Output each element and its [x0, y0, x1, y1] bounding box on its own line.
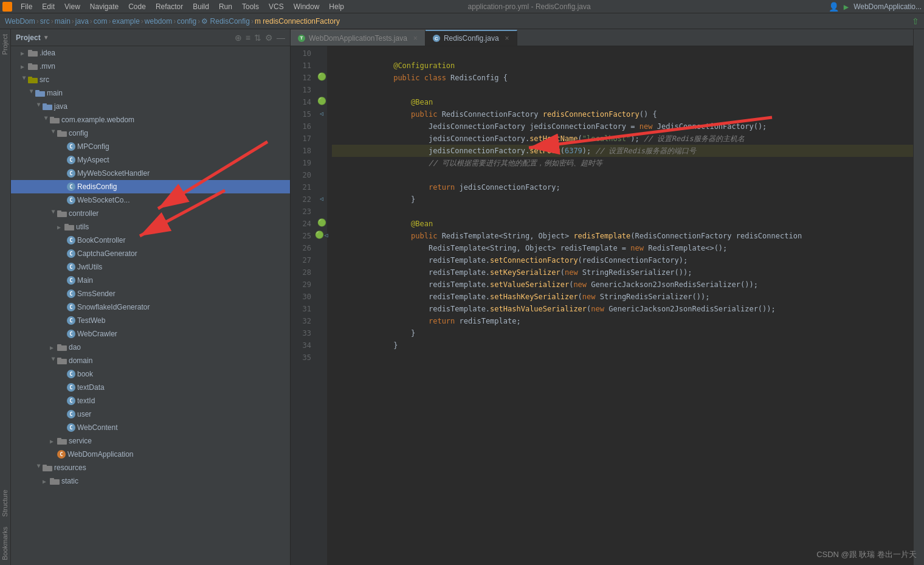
breadcrumb-src[interactable]: src [40, 17, 50, 26]
tree-book[interactable]: ▶ C book [11, 367, 290, 381]
folder-icon-resources [43, 464, 52, 471]
folder-icon-idea [28, 49, 38, 57]
svg-rect-19 [57, 344, 61, 347]
tree-java[interactable]: ▶ java [11, 100, 290, 113]
tab-close-tests[interactable]: × [413, 34, 418, 43]
app-logo [2, 2, 12, 12]
tree-resources[interactable]: ▶ resources [11, 461, 290, 474]
tree-snowflake[interactable]: ▶ C SnowflakeIdGenerator [11, 300, 290, 314]
label-websocketco: WebSocketCo... [77, 196, 129, 204]
tree-dao[interactable]: ▶ dao [11, 341, 290, 354]
tree-user[interactable]: ▶ C user [11, 407, 290, 421]
label-domain: domain [69, 356, 92, 365]
breadcrumb-redisconfig[interactable]: ⚙ RedisConfig [201, 17, 250, 26]
menu-run[interactable]: Run [214, 1, 237, 12]
java-icon-redisconfig: C [67, 182, 75, 191]
tab-tests[interactable]: T WebDomApplicationTests.java × [291, 30, 426, 46]
menu-refactor[interactable]: Refactor [151, 1, 188, 12]
tab-redisconfig[interactable]: C RedisConfig.java × [426, 30, 517, 46]
editor-area: T WebDomApplicationTests.java × C RedisC… [291, 29, 913, 565]
breadcrumb-webdom2[interactable]: webdom [145, 17, 172, 26]
tree-src[interactable]: ▶ src [11, 73, 290, 86]
breadcrumb-com[interactable]: com [94, 17, 108, 26]
tree-idea[interactable]: ▶ .idea [11, 46, 290, 60]
sidebar-dropdown[interactable]: ▼ [43, 34, 49, 41]
breadcrumb-main[interactable]: main [55, 17, 71, 26]
folder-icon-service [57, 437, 67, 445]
gutter-30 [316, 289, 327, 302]
label-webcontent: WebContent [77, 423, 118, 432]
gutter-12[interactable]: 🟢 [316, 71, 327, 83]
gutter-14[interactable]: 🟢 [316, 95, 327, 107]
code-line-10 [332, 47, 913, 60]
structure-tab[interactable]: Structure [0, 485, 10, 522]
tree-main[interactable]: ▶ main [11, 86, 290, 100]
menu-view[interactable]: View [60, 1, 85, 12]
tree-captchagenerator[interactable]: ▶ C CaptchaGenerator [11, 247, 290, 260]
folder-icon-static [50, 477, 60, 485]
java-icon-myaspect: C [67, 156, 75, 164]
run-icon[interactable]: ▶ [844, 2, 849, 12]
label-main: main [47, 89, 63, 97]
tree-com[interactable]: ▶ com.example.webdom [11, 113, 290, 127]
tree-mywebsockethandler[interactable]: ▶ C MyWebSocketHandler [11, 167, 290, 180]
bookmarks-tab[interactable]: Bookmarks [0, 522, 10, 565]
tree-service[interactable]: ▶ service [11, 434, 290, 448]
tree-websocketco[interactable]: ▶ C WebSocketCo... [11, 193, 290, 207]
collapse-icon[interactable]: ≡ [246, 33, 250, 43]
breadcrumb-webdom[interactable]: WebDom [5, 17, 35, 26]
tree-static[interactable]: ▶ static [11, 474, 290, 488]
menu-file[interactable]: File [16, 1, 37, 12]
tree-jwtutils[interactable]: ▶ C JwtUtils [11, 260, 290, 274]
tree-webcrawler[interactable]: ▶ C WebCrawler [11, 327, 290, 341]
project-tab[interactable]: Project [0, 29, 10, 60]
breadcrumb-example[interactable]: example [112, 17, 140, 26]
gutter-17 [316, 131, 327, 144]
git-icon[interactable]: ⇧ [912, 16, 919, 26]
tree-webdomapp[interactable]: ▶ C WebDomApplication [11, 448, 290, 461]
tree-testweb[interactable]: ▶ C TestWeb [11, 314, 290, 327]
tree-main-class[interactable]: ▶ C Main [11, 274, 290, 287]
menu-vcs[interactable]: VCS [264, 1, 289, 12]
sidebar-tree: ▶ .idea ▶ .mvn ▶ src ▶ [11, 46, 290, 565]
breadcrumb-config[interactable]: config [177, 17, 196, 26]
settings-icon[interactable]: ⚙ [265, 33, 273, 43]
close-icon[interactable]: — [277, 33, 285, 43]
expand-icon[interactable]: ⇅ [254, 33, 261, 43]
label-textid: textId [77, 397, 95, 405]
editor-content[interactable]: 10 11 12 13 14 15 16 17 18 19 20 21 22 2… [291, 46, 913, 565]
tree-mvn[interactable]: ▶ .mvn [11, 60, 290, 73]
tree-redisconfig[interactable]: ▶ C RedisConfig [11, 180, 290, 193]
svg-rect-7 [35, 90, 40, 92]
menu-build[interactable]: Build [188, 1, 214, 12]
tab-close-redisconfig[interactable]: × [505, 34, 509, 43]
menu-code[interactable]: Code [123, 1, 151, 12]
gutter-25[interactable]: 🟢 ◁ [316, 229, 327, 241]
arrow-main: ▶ [29, 89, 35, 97]
menu-tools[interactable]: Tools [237, 1, 264, 12]
tree-textid[interactable]: ▶ C textId [11, 394, 290, 407]
tree-controller[interactable]: ▶ controller [11, 207, 290, 220]
tree-domain[interactable]: ▶ domain [11, 354, 290, 367]
gutter-24[interactable]: 🟢 [316, 217, 327, 229]
tree-textdata[interactable]: ▶ C textData [11, 381, 290, 394]
menu-window[interactable]: Window [289, 1, 325, 12]
tree-mpconfig[interactable]: ▶ C MPConfig [11, 140, 290, 153]
locate-icon[interactable]: ⊕ [235, 33, 242, 43]
code-area[interactable]: @Configuration public class RedisConfig … [327, 46, 913, 565]
breadcrumb-method[interactable]: m redisConnectionFactory [255, 17, 340, 26]
breadcrumb-java[interactable]: java [75, 17, 89, 26]
tab-icon-tests: T [298, 35, 305, 42]
account-icon[interactable]: 👤 [829, 2, 839, 12]
tree-smssender[interactable]: ▶ C SmsSender [11, 287, 290, 300]
menu-navigate[interactable]: Navigate [85, 1, 123, 12]
arrow-java: ▶ [36, 103, 43, 110]
tree-bookcontroller[interactable]: ▶ C BookController [11, 234, 290, 247]
tree-webcontent[interactable]: ▶ C WebContent [11, 421, 290, 434]
svg-rect-3 [28, 63, 32, 66]
tree-config[interactable]: ▶ config [11, 127, 290, 140]
tree-myaspect[interactable]: ▶ C MyAspect [11, 153, 290, 167]
tree-utils[interactable]: ▶ utils [11, 220, 290, 234]
menu-edit[interactable]: Edit [37, 1, 60, 12]
menu-help[interactable]: Help [324, 1, 349, 12]
